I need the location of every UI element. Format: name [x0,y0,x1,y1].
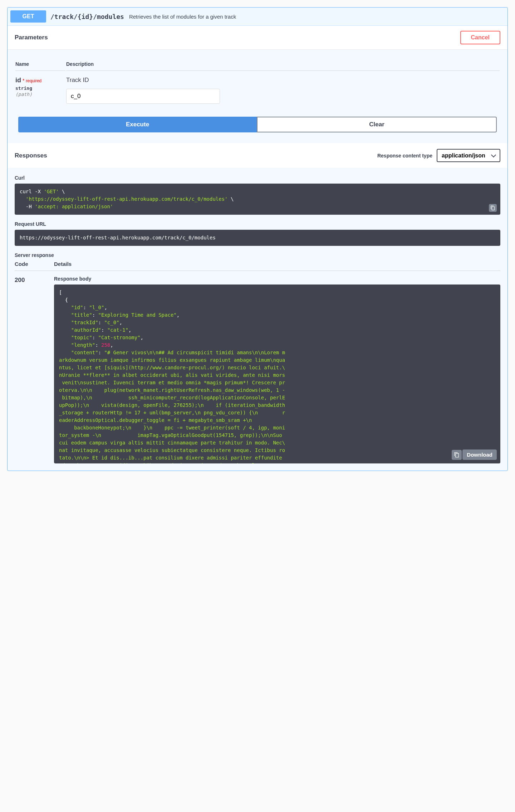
param-location: (path) [15,92,65,97]
endpoint-description: Retrieves the list of modules for a give… [129,14,236,20]
request-url-label: Request URL [15,221,500,227]
responses-body: Curl curl -X 'GET' \ 'https://odyssey-li… [8,168,507,471]
status-code: 200 [15,276,54,463]
content-type-select[interactable]: application/json [437,149,500,162]
col-details-header: Details [54,261,500,267]
parameters-heading: Parameters [15,34,48,41]
response-details: Response body [ { "id": "l_0", "title": … [54,276,500,463]
clear-button[interactable]: Clear [257,117,497,132]
required-label: required [26,78,41,83]
param-value-input[interactable] [66,89,220,104]
curl-label: Curl [15,175,500,181]
download-button[interactable]: Download [462,449,497,460]
operation-block: GET /track/{id}/modules Retrieves the li… [7,7,508,471]
response-body-label: Response body [54,276,500,282]
execute-button[interactable]: Execute [18,117,257,132]
col-name-header: Name [15,58,65,71]
responses-header: Responses Response content type applicat… [8,143,507,168]
parameters-table: Name Description id * required string (p… [15,57,500,104]
content-type-label: Response content type [377,153,432,159]
response-body-block: [ { "id": "l_0", "title": "Exploring Tim… [54,285,500,463]
col-code-header: Code [15,261,54,267]
endpoint-path: /track/{id}/modules [50,13,124,20]
copy-curl-icon[interactable] [489,204,497,212]
server-response-label: Server response [15,252,500,258]
parameters-header: Parameters Cancel [8,26,507,50]
response-row: 200 Response body [ { "id": "l_0", "titl… [15,276,500,463]
required-star-icon: * [23,78,24,83]
param-description: Track ID [66,77,500,84]
operation-summary[interactable]: GET /track/{id}/modules Retrieves the li… [8,8,507,26]
parameters-body: Name Description id * required string (p… [8,50,507,143]
http-method-badge: GET [10,10,46,23]
table-row: id * required string (path) Track ID [15,72,500,104]
cancel-button[interactable]: Cancel [460,31,500,44]
content-type-wrap: Response content type application/json [377,149,500,162]
col-description-header: Description [66,58,500,71]
curl-block: curl -X 'GET' \ 'https://odyssey-lift-of… [15,184,500,215]
action-buttons: Execute Clear [18,117,497,132]
request-url-block: https://odyssey-lift-off-rest-api.heroku… [15,230,500,246]
param-name: id [15,77,21,84]
responses-heading: Responses [15,152,47,159]
response-table-header: Code Details [15,261,500,271]
copy-response-icon[interactable] [452,450,462,460]
param-type: string [15,86,65,91]
